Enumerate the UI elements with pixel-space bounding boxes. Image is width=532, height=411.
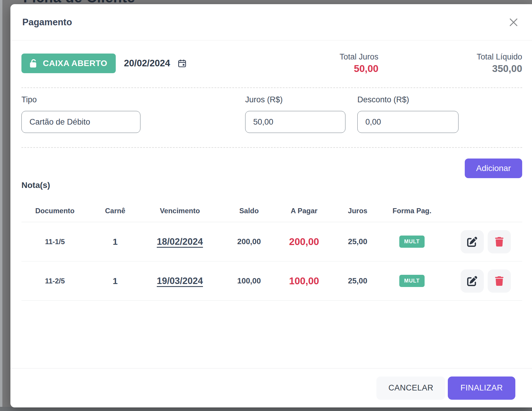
desconto-field-group: Desconto (R$)	[357, 95, 459, 133]
caixa-aberto-badge[interactable]: CAIXA ABERTO	[21, 54, 116, 73]
delete-note-button[interactable]	[488, 269, 511, 293]
forma-pag-badge: MULT	[399, 275, 425, 287]
col-a-pagar: A Pagar	[280, 207, 328, 215]
row-vencimento-link[interactable]: 19/03/2024	[157, 276, 203, 286]
row-a-pagar: 100,00	[280, 275, 328, 287]
totals: Total Juros 50,00 Total Líquido 350,00	[339, 52, 522, 74]
calendar-icon	[177, 59, 187, 68]
table-row: 11-2/5 1 19/03/2024 100,00 100,00 25,00 …	[21, 261, 522, 301]
edit-icon	[467, 276, 477, 286]
col-forma-pag: Forma Pag.	[387, 207, 436, 215]
row-vencimento-link[interactable]: 18/02/2024	[157, 236, 203, 247]
desconto-label: Desconto (R$)	[357, 95, 459, 104]
row-actions	[436, 269, 522, 293]
row-documento: 11-1/5	[21, 238, 88, 246]
close-button[interactable]	[507, 16, 520, 29]
modal-body: CAIXA ABERTO 20/02/2024 Total Juros 50,0…	[10, 40, 532, 368]
tipo-input[interactable]	[21, 111, 140, 133]
col-documento: Documento	[21, 207, 88, 215]
divider-dashed-top	[21, 87, 522, 88]
row-juros: 25,00	[328, 237, 387, 246]
trash-icon	[495, 276, 504, 286]
adicionar-button[interactable]: Adicionar	[465, 159, 522, 178]
row-carne: 1	[88, 237, 142, 247]
juros-label: Juros (R$)	[245, 95, 345, 104]
notes-section-title: Nota(s)	[21, 181, 522, 190]
desconto-input[interactable]	[357, 111, 459, 133]
row-actions	[436, 230, 522, 253]
caixa-date: 20/02/2024	[124, 58, 170, 69]
page-bottom-overlay	[0, 407, 532, 411]
pagamento-modal: Pagamento CAIXA ABERTO 20/02/2024	[10, 4, 532, 407]
row-juros: 25,00	[328, 276, 387, 285]
juros-input[interactable]	[245, 111, 345, 133]
modal-header: Pagamento	[10, 4, 532, 40]
delete-note-button[interactable]	[488, 230, 511, 253]
page-left-scroll-strip	[0, 0, 2, 411]
total-juros-block: Total Juros 50,00	[339, 52, 378, 74]
table-header-row: Documento Carnê Vencimento Saldo A Pagar…	[21, 200, 522, 222]
divider-dashed-bottom	[21, 147, 522, 148]
close-icon	[508, 17, 519, 28]
trash-icon	[495, 237, 504, 247]
total-juros-label: Total Juros	[339, 52, 378, 62]
caixa-aberto-label: CAIXA ABERTO	[43, 59, 107, 68]
total-liquido-block: Total Líquido 350,00	[477, 52, 522, 74]
edit-note-button[interactable]	[461, 230, 484, 253]
forma-pag-badge: MULT	[399, 236, 425, 248]
edit-note-button[interactable]	[461, 269, 484, 293]
juros-field-group: Juros (R$)	[245, 95, 345, 133]
total-liquido-value: 350,00	[492, 63, 522, 74]
table-row: 11-1/5 1 18/02/2024 200,00 200,00 25,00 …	[21, 222, 522, 261]
adicionar-row: Adicionar	[21, 159, 522, 178]
row-carne: 1	[88, 276, 142, 286]
tipo-field-group: Tipo	[21, 95, 140, 133]
edit-icon	[467, 237, 477, 247]
col-saldo: Saldo	[218, 207, 280, 215]
col-vencimento: Vencimento	[142, 207, 218, 215]
total-juros-value: 50,00	[354, 63, 378, 74]
row-saldo: 200,00	[218, 237, 280, 246]
col-carne: Carnê	[88, 207, 142, 215]
row-a-pagar: 200,00	[280, 236, 328, 247]
calendar-button[interactable]	[177, 59, 187, 68]
finalizar-button[interactable]: FINALIZAR	[448, 377, 515, 400]
modal-footer: CANCELAR FINALIZAR	[10, 368, 532, 407]
total-liquido-label: Total Líquido	[477, 52, 522, 62]
col-juros: Juros	[328, 207, 387, 215]
row-documento: 11-2/5	[21, 277, 88, 285]
payment-form-row: Tipo Juros (R$) Desconto (R$)	[21, 95, 522, 133]
status-row: CAIXA ABERTO 20/02/2024 Total Juros 50,0…	[21, 52, 522, 74]
row-saldo: 100,00	[218, 276, 280, 285]
modal-title: Pagamento	[22, 17, 72, 28]
cancelar-button[interactable]: CANCELAR	[376, 377, 445, 400]
notes-table: Documento Carnê Vencimento Saldo A Pagar…	[21, 200, 522, 301]
tipo-label: Tipo	[21, 95, 140, 104]
lock-open-icon	[30, 59, 37, 68]
